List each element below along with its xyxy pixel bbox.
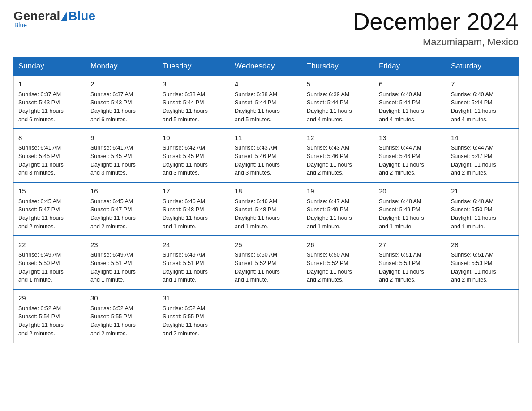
day-info: Sunrise: 6:37 AMSunset: 5:43 PMDaylight:… — [90, 90, 153, 124]
day-info: Sunrise: 6:52 AMSunset: 5:55 PMDaylight:… — [163, 304, 225, 338]
calendar-header-friday: Friday — [374, 57, 446, 76]
day-number: 17 — [163, 186, 225, 197]
day-number: 13 — [379, 133, 442, 143]
location: Mazumiapam, Mexico — [353, 36, 519, 48]
day-info: Sunrise: 6:40 AMSunset: 5:44 PMDaylight:… — [379, 90, 442, 124]
calendar-cell: 22Sunrise: 6:49 AMSunset: 5:50 PMDayligh… — [14, 236, 86, 290]
day-number: 28 — [451, 240, 514, 250]
day-number: 14 — [451, 133, 514, 143]
day-info: Sunrise: 6:44 AMSunset: 5:46 PMDaylight:… — [379, 144, 442, 177]
month-title: December 2024 — [353, 9, 519, 34]
day-info: Sunrise: 6:49 AMSunset: 5:51 PMDaylight:… — [163, 251, 225, 284]
day-info: Sunrise: 6:40 AMSunset: 5:44 PMDaylight:… — [451, 90, 514, 124]
day-info: Sunrise: 6:38 AMSunset: 5:44 PMDaylight:… — [235, 90, 297, 124]
calendar-header-thursday: Thursday — [302, 57, 374, 76]
day-info: Sunrise: 6:48 AMSunset: 5:49 PMDaylight:… — [379, 197, 442, 231]
title-section: December 2024 Mazumiapam, Mexico — [353, 9, 519, 48]
calendar-cell: 2Sunrise: 6:37 AMSunset: 5:43 PMDaylight… — [86, 76, 158, 129]
day-info: Sunrise: 6:51 AMSunset: 5:53 PMDaylight:… — [451, 251, 514, 284]
calendar-cell: 8Sunrise: 6:41 AMSunset: 5:45 PMDaylight… — [14, 129, 86, 183]
day-info: Sunrise: 6:49 AMSunset: 5:51 PMDaylight:… — [90, 251, 153, 284]
calendar-cell: 4Sunrise: 6:38 AMSunset: 5:44 PMDaylight… — [230, 76, 302, 129]
day-number: 26 — [307, 240, 369, 250]
calendar-cell: 18Sunrise: 6:46 AMSunset: 5:48 PMDayligh… — [230, 182, 302, 236]
calendar-cell: 28Sunrise: 6:51 AMSunset: 5:53 PMDayligh… — [446, 236, 519, 290]
calendar-cell — [302, 289, 374, 343]
day-info: Sunrise: 6:45 AMSunset: 5:47 PMDaylight:… — [18, 197, 81, 231]
day-info: Sunrise: 6:52 AMSunset: 5:54 PMDaylight:… — [18, 304, 81, 338]
calendar-header-saturday: Saturday — [446, 57, 519, 76]
calendar-cell: 10Sunrise: 6:42 AMSunset: 5:45 PMDayligh… — [158, 129, 230, 183]
calendar-cell: 7Sunrise: 6:40 AMSunset: 5:44 PMDaylight… — [446, 76, 519, 129]
calendar-cell: 26Sunrise: 6:50 AMSunset: 5:52 PMDayligh… — [302, 236, 374, 290]
day-info: Sunrise: 6:41 AMSunset: 5:45 PMDaylight:… — [18, 144, 81, 177]
calendar-cell: 13Sunrise: 6:44 AMSunset: 5:46 PMDayligh… — [374, 129, 446, 183]
calendar-week-row: 22Sunrise: 6:49 AMSunset: 5:50 PMDayligh… — [14, 236, 519, 290]
day-number: 6 — [379, 79, 442, 90]
day-number: 1 — [18, 79, 81, 90]
day-number: 8 — [18, 133, 81, 143]
calendar-cell: 3Sunrise: 6:38 AMSunset: 5:44 PMDaylight… — [158, 76, 230, 129]
calendar-week-row: 15Sunrise: 6:45 AMSunset: 5:47 PMDayligh… — [14, 182, 519, 236]
day-number: 2 — [90, 79, 153, 90]
calendar-week-row: 8Sunrise: 6:41 AMSunset: 5:45 PMDaylight… — [14, 129, 519, 183]
calendar-cell: 17Sunrise: 6:46 AMSunset: 5:48 PMDayligh… — [158, 182, 230, 236]
calendar-cell: 25Sunrise: 6:50 AMSunset: 5:52 PMDayligh… — [230, 236, 302, 290]
calendar-cell: 1Sunrise: 6:37 AMSunset: 5:43 PMDaylight… — [14, 76, 86, 129]
calendar-cell: 19Sunrise: 6:47 AMSunset: 5:49 PMDayligh… — [302, 182, 374, 236]
calendar-header-monday: Monday — [86, 57, 158, 76]
day-info: Sunrise: 6:45 AMSunset: 5:47 PMDaylight:… — [90, 197, 153, 231]
calendar-cell: 14Sunrise: 6:44 AMSunset: 5:47 PMDayligh… — [446, 129, 519, 183]
day-number: 24 — [163, 240, 225, 250]
day-info: Sunrise: 6:43 AMSunset: 5:46 PMDaylight:… — [235, 144, 297, 177]
day-number: 21 — [451, 186, 514, 197]
calendar-header-tuesday: Tuesday — [158, 57, 230, 76]
page-header: GeneralBlue Blue December 2024 Mazumiapa… — [13, 9, 519, 48]
calendar-header-row: SundayMondayTuesdayWednesdayThursdayFrid… — [14, 57, 519, 76]
day-info: Sunrise: 6:46 AMSunset: 5:48 PMDaylight:… — [235, 197, 297, 231]
day-number: 30 — [90, 293, 153, 304]
day-info: Sunrise: 6:48 AMSunset: 5:50 PMDaylight:… — [451, 197, 514, 231]
day-number: 25 — [235, 240, 297, 250]
calendar-cell: 16Sunrise: 6:45 AMSunset: 5:47 PMDayligh… — [86, 182, 158, 236]
day-info: Sunrise: 6:37 AMSunset: 5:43 PMDaylight:… — [18, 90, 81, 124]
day-info: Sunrise: 6:50 AMSunset: 5:52 PMDaylight:… — [235, 251, 297, 284]
calendar-header-wednesday: Wednesday — [230, 57, 302, 76]
calendar-cell: 27Sunrise: 6:51 AMSunset: 5:53 PMDayligh… — [374, 236, 446, 290]
calendar-cell — [374, 289, 446, 343]
day-number: 31 — [163, 293, 225, 304]
day-info: Sunrise: 6:50 AMSunset: 5:52 PMDaylight:… — [307, 251, 369, 284]
calendar-cell: 24Sunrise: 6:49 AMSunset: 5:51 PMDayligh… — [158, 236, 230, 290]
day-number: 23 — [90, 240, 153, 250]
calendar-week-row: 1Sunrise: 6:37 AMSunset: 5:43 PMDaylight… — [14, 76, 519, 129]
day-info: Sunrise: 6:51 AMSunset: 5:53 PMDaylight:… — [379, 251, 442, 284]
day-number: 12 — [307, 133, 369, 143]
day-number: 22 — [18, 240, 81, 250]
calendar-cell: 21Sunrise: 6:48 AMSunset: 5:50 PMDayligh… — [446, 182, 519, 236]
calendar-cell: 20Sunrise: 6:48 AMSunset: 5:49 PMDayligh… — [374, 182, 446, 236]
day-info: Sunrise: 6:39 AMSunset: 5:44 PMDaylight:… — [307, 90, 369, 124]
calendar-cell: 30Sunrise: 6:52 AMSunset: 5:55 PMDayligh… — [86, 289, 158, 343]
day-number: 27 — [379, 240, 442, 250]
day-info: Sunrise: 6:44 AMSunset: 5:47 PMDaylight:… — [451, 144, 514, 177]
calendar-cell — [446, 289, 519, 343]
calendar-cell: 31Sunrise: 6:52 AMSunset: 5:55 PMDayligh… — [158, 289, 230, 343]
calendar-cell: 5Sunrise: 6:39 AMSunset: 5:44 PMDaylight… — [302, 76, 374, 129]
day-info: Sunrise: 6:41 AMSunset: 5:45 PMDaylight:… — [90, 144, 153, 177]
calendar-cell: 15Sunrise: 6:45 AMSunset: 5:47 PMDayligh… — [14, 182, 86, 236]
logo-subtitle: Blue — [13, 21, 27, 29]
day-number: 29 — [18, 293, 81, 304]
calendar-cell: 29Sunrise: 6:52 AMSunset: 5:54 PMDayligh… — [14, 289, 86, 343]
calendar-cell: 12Sunrise: 6:43 AMSunset: 5:46 PMDayligh… — [302, 129, 374, 183]
day-info: Sunrise: 6:49 AMSunset: 5:50 PMDaylight:… — [18, 251, 81, 284]
calendar-cell: 11Sunrise: 6:43 AMSunset: 5:46 PMDayligh… — [230, 129, 302, 183]
day-number: 10 — [163, 133, 225, 143]
day-number: 19 — [307, 186, 369, 197]
day-info: Sunrise: 6:46 AMSunset: 5:48 PMDaylight:… — [163, 197, 225, 231]
day-info: Sunrise: 6:47 AMSunset: 5:49 PMDaylight:… — [307, 197, 369, 231]
day-number: 16 — [90, 186, 153, 197]
day-number: 4 — [235, 79, 297, 90]
day-number: 18 — [235, 186, 297, 197]
calendar-week-row: 29Sunrise: 6:52 AMSunset: 5:54 PMDayligh… — [14, 289, 519, 343]
day-number: 11 — [235, 133, 297, 143]
